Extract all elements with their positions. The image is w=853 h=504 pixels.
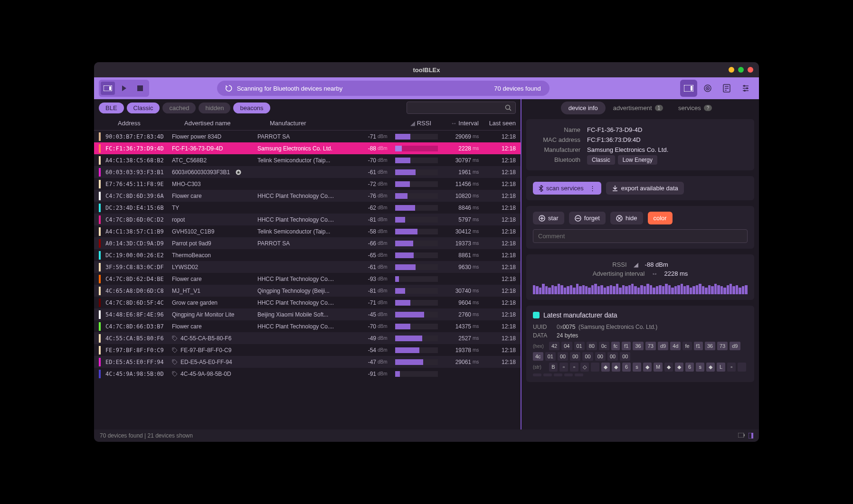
filter-chip-classic[interactable]: Classic xyxy=(127,103,160,113)
stop-button[interactable] xyxy=(133,82,147,95)
svg-point-24 xyxy=(173,372,174,373)
log-button[interactable] xyxy=(718,80,735,97)
play-button[interactable] xyxy=(117,82,131,95)
svg-rect-29 xyxy=(744,434,745,436)
svg-point-21 xyxy=(173,336,174,337)
settings-button[interactable] xyxy=(737,80,754,97)
svg-point-15 xyxy=(743,85,745,87)
comment-input[interactable] xyxy=(533,229,748,243)
device-rows[interactable]: 90:03:B7:E7:83:4D Flower power 834D PARR… xyxy=(94,131,521,429)
content-area: BLEClassiccachedhiddenbeacons Address Ad… xyxy=(94,99,759,429)
plus-circle-icon xyxy=(539,215,545,222)
svg-line-19 xyxy=(510,109,512,111)
filter-chip-cached[interactable]: cached xyxy=(162,103,196,113)
device-panel-button[interactable] xyxy=(680,80,697,97)
svg-point-18 xyxy=(506,105,510,110)
svg-rect-1 xyxy=(109,86,111,90)
device-row[interactable]: C4:7C:8D:6D:5F:4C Grow care garden HHCC … xyxy=(94,297,521,308)
mfr-value: Samsung Electronics Co. Ltd. xyxy=(587,146,668,153)
color-button[interactable]: color xyxy=(648,212,673,224)
status-pill: Scanning for Bluetooth devices nearby 70… xyxy=(217,81,550,96)
meta-actions-panel: star forget hide color xyxy=(526,206,754,249)
col-name[interactable]: Advertised name xyxy=(184,120,270,127)
col-manufacturer[interactable]: Manufacturer xyxy=(270,120,360,127)
filter-chip-hidden[interactable]: hidden xyxy=(199,103,230,113)
device-row[interactable]: A4:C1:38:57:C1:B9 GVH5102_C1B9 Telink Se… xyxy=(94,225,521,237)
detail-tabs: device info advertisement1 services? xyxy=(521,99,759,116)
device-row[interactable]: 4C:45:9A:98:5B:0D 4C-45-9A-98-5B-0D -91d… xyxy=(94,368,521,380)
col-address[interactable]: Address xyxy=(118,120,184,127)
close-circle-icon xyxy=(616,215,623,222)
battery-icon xyxy=(738,433,745,438)
maximize-button[interactable] xyxy=(738,67,744,73)
device-row[interactable]: 4C:65:A8:D0:6D:C8 MJ_HT_V1 Qingping Tech… xyxy=(94,285,521,297)
device-row[interactable]: DC:23:4D:E4:15:6B TY -62dBm 8846ms 12:18 xyxy=(94,202,521,214)
search-icon xyxy=(505,104,512,111)
manufacturer-data-panel: Latest manufacturer data UUID0x0075 (Sam… xyxy=(526,306,754,382)
scan-status-text: Scanning for Bluetooth devices nearby xyxy=(237,85,343,92)
device-row[interactable]: 90:03:B7:E7:83:4D Flower power 834D PARR… xyxy=(94,131,521,142)
device-row[interactable]: 54:48:E6:8F:4E:96 Qingping Air Monitor L… xyxy=(94,308,521,320)
device-row[interactable]: C4:7C:8D:66:D3:B7 Flower care HHCC Plant… xyxy=(94,320,521,332)
scan-controls xyxy=(99,80,149,97)
mfr-data-title: Latest manufacturer data xyxy=(543,311,617,319)
table-header: Address Advertised name Manufacturer ◢ R… xyxy=(94,116,521,131)
app-window: toolBLEx Scanning for Bluetooth devices … xyxy=(94,62,759,442)
tab-services[interactable]: services? xyxy=(671,102,720,114)
device-row[interactable]: C4:7C:8D:62:D4:BE Flower care HHCC Plant… xyxy=(94,273,521,285)
device-info-panel: NameFC-F1-36-73-D9-4D MAC addressFC:F1:3… xyxy=(526,119,754,170)
filter-chip-beacons[interactable]: beacons xyxy=(233,103,270,113)
svg-rect-31 xyxy=(751,433,753,439)
mac-label: MAC address xyxy=(533,136,580,143)
col-rssi[interactable]: ◢ RSSI xyxy=(360,120,431,127)
device-row[interactable]: FC:F1:36:73:D9:4D FC-F1-36-73-D9-4D Sams… xyxy=(94,142,521,154)
hide-button[interactable]: hide xyxy=(610,212,643,224)
device-row[interactable]: C4:7C:8D:6D:0C:D2 ropot HHCC Plant Techn… xyxy=(94,214,521,225)
device-row[interactable]: ED:E5:A5:E0:FF:94 ED-E5-A5-E0-FF-94 -47d… xyxy=(94,356,521,368)
device-row[interactable]: C4:7C:8D:6D:39:6A Flower care HHCC Plant… xyxy=(94,190,521,202)
name-label: Name xyxy=(533,126,580,133)
search-input[interactable] xyxy=(407,102,516,114)
name-value: FC-F1-36-73-D9-4D xyxy=(587,126,642,133)
bt-label: Bluetooth xyxy=(533,156,580,163)
tab-advertisement[interactable]: advertisement1 xyxy=(606,102,671,114)
filter-bar: BLEClassiccachedhiddenbeacons xyxy=(94,99,521,116)
star-button[interactable]: star xyxy=(533,212,564,224)
filter-chip-ble[interactable]: BLE xyxy=(99,103,124,113)
export-icon xyxy=(612,185,618,192)
minimize-button[interactable] xyxy=(729,67,734,73)
scan-services-button[interactable]: scan services⋮ xyxy=(533,182,601,195)
device-row[interactable]: DC:19:00:00:26:E2 ThermoBeacon -65dBm 88… xyxy=(94,249,521,261)
close-button[interactable] xyxy=(748,67,753,73)
forget-button[interactable]: forget xyxy=(569,212,606,224)
device-row[interactable]: E7:76:45:11:F8:9E MHO-C303 -72dBm 11456m… xyxy=(94,178,521,190)
device-row[interactable]: A4:C1:38:C5:68:B2 ATC_C568B2 Telink Semi… xyxy=(94,154,521,166)
mfr-indicator-icon xyxy=(533,312,540,318)
svg-point-23 xyxy=(173,360,174,361)
col-last-seen[interactable]: Last seen xyxy=(483,120,516,127)
svg-rect-4 xyxy=(691,86,692,91)
service-actions: scan services⋮ export available data xyxy=(526,176,754,200)
device-list-panel: BLEClassiccachedhiddenbeacons Address Ad… xyxy=(94,99,521,429)
svg-rect-28 xyxy=(738,433,744,438)
device-row[interactable]: 3F:59:C8:83:0C:DF LYWSD02 -61dBm 9630ms … xyxy=(94,261,521,273)
device-row[interactable]: FE:97:BF:8F:F0:C9 FE-97-BF-8F-F0-C9 -54d… xyxy=(94,344,521,356)
svg-point-7 xyxy=(707,88,708,89)
interval-value: 2228 ms xyxy=(664,270,688,277)
titlebar: toolBLEx xyxy=(94,62,759,77)
device-row[interactable]: 60:03:03:93:F3:B1 6003#060030393F3B1 -61… xyxy=(94,166,521,178)
rssi-value: -88 dBm xyxy=(645,261,668,268)
mfr-label: Manufacturer xyxy=(533,146,580,153)
toolbar-right xyxy=(680,80,754,97)
window-title: toolBLEx xyxy=(413,66,440,74)
panel-toggle-icon[interactable] xyxy=(749,433,753,439)
interval-label: Advertising interval xyxy=(593,270,645,277)
devices-mode-button[interactable] xyxy=(101,82,115,95)
export-button[interactable]: export available data xyxy=(606,182,684,195)
radar-button[interactable] xyxy=(699,80,716,97)
col-interval[interactable]: ↔ Interval xyxy=(431,120,479,127)
tab-device-info[interactable]: device info xyxy=(561,102,606,114)
device-row[interactable]: A0:14:3D:CD:9A:D9 Parrot pot 9ad9 PARROT… xyxy=(94,237,521,249)
device-row[interactable]: 4C:55:CA:B5:80:F6 4C-55-CA-B5-80-F6 -49d… xyxy=(94,332,521,344)
svg-point-17 xyxy=(744,90,746,92)
